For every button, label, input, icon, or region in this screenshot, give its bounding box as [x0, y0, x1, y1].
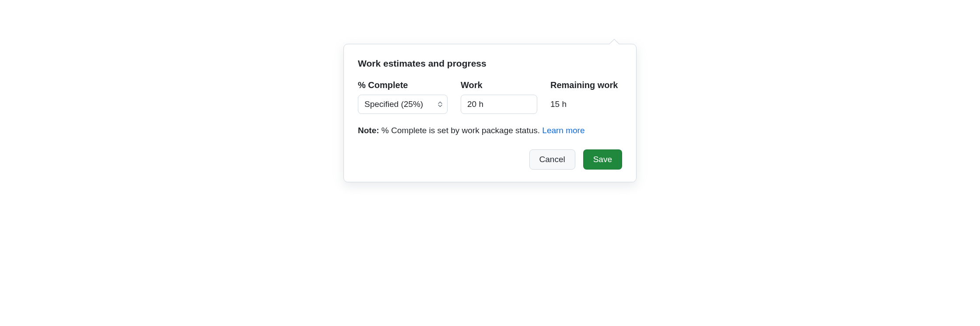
work-label: Work: [461, 80, 537, 90]
remaining-work-field: Remaining work 15 h: [550, 80, 618, 114]
cancel-button[interactable]: Cancel: [529, 149, 575, 170]
remaining-work-label: Remaining work: [550, 80, 618, 90]
work-input[interactable]: [461, 95, 537, 114]
work-estimates-popover: Work estimates and progress % Complete W…: [343, 44, 637, 182]
popover-title: Work estimates and progress: [358, 58, 622, 69]
save-button[interactable]: Save: [583, 149, 622, 170]
note-row: Note: % Complete is set by work package …: [358, 124, 622, 137]
popover-arrow: [609, 39, 620, 49]
note-text: % Complete is set by work package status…: [379, 126, 542, 135]
work-field: Work: [461, 80, 537, 114]
percent-complete-field: % Complete: [358, 80, 448, 114]
learn-more-link[interactable]: Learn more: [542, 126, 584, 135]
note-label: Note:: [358, 126, 379, 135]
remaining-work-value: 15 h: [550, 95, 618, 114]
percent-complete-label: % Complete: [358, 80, 448, 90]
actions-row: Cancel Save: [358, 149, 622, 170]
percent-complete-select[interactable]: [358, 95, 448, 114]
fields-row: % Complete Work Remaining work 15 h: [358, 80, 622, 114]
percent-complete-select-wrapper: [358, 95, 448, 114]
